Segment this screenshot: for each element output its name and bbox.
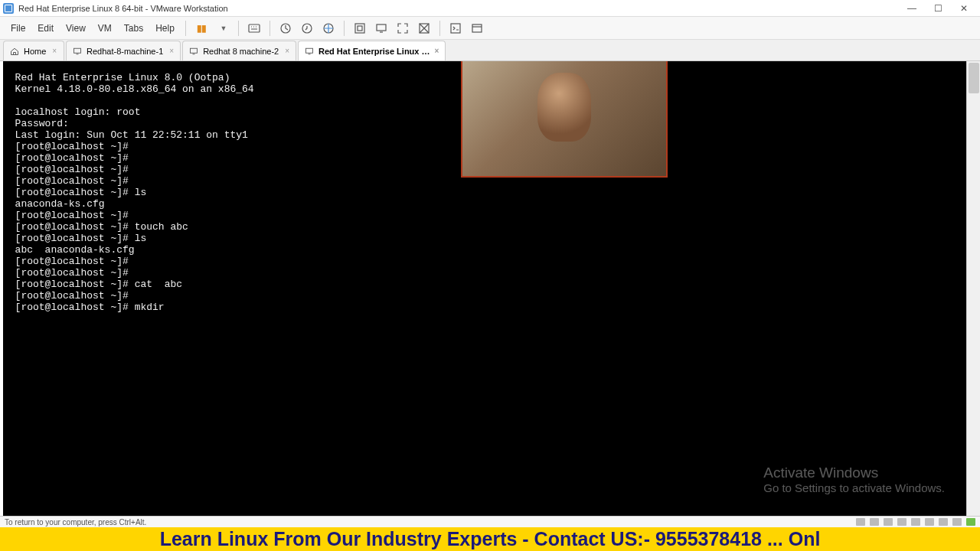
tab-redhat-machine-1[interactable]: Redhat-8-machine-1 × [66,41,181,60]
windows-activation-watermark: Activate Windows Go to Settings to activ… [763,465,945,494]
watermark-subtitle: Go to Settings to activate Windows. [763,481,945,494]
tabbar: Home × Redhat-8-machine-1 × Redhat 8 mac… [0,40,980,61]
menu-vm[interactable]: VM [92,20,118,37]
banner-text: Learn Linux From Our Industry Experts - … [160,528,821,550]
tab-label: Redhat 8 machine-2 [203,47,279,56]
scrollbar[interactable] [966,61,980,516]
menu-file[interactable]: File [5,20,31,37]
send-ctrl-alt-del-button[interactable] [245,19,263,37]
library-icon [471,22,483,34]
hdd-icon[interactable] [856,518,865,526]
clock-icon [279,22,292,34]
menu-edit[interactable]: Edit [31,20,60,37]
close-icon[interactable]: × [435,47,439,55]
tab-label: Red Hat Enterprise Linux … [318,47,430,56]
clock-back-icon [301,22,313,34]
chevron-down-icon: ▼ [220,24,227,32]
watermark-title: Activate Windows [763,465,945,481]
printer-icon[interactable] [939,518,948,526]
close-icon[interactable]: × [285,47,289,55]
svg-rect-9 [472,24,482,32]
keyboard-icon [248,22,260,34]
svg-rect-0 [249,24,260,32]
separator [344,21,345,36]
close-icon[interactable]: × [52,47,57,55]
app-icon [3,3,14,14]
tab-redhat-machine-2[interactable]: Redhat 8 machine-2 × [182,41,296,60]
home-icon [10,47,19,56]
minimize-button[interactable]: — [899,2,925,15]
unity-button[interactable] [415,19,433,37]
promo-banner: Learn Linux From Our Industry Experts - … [0,527,980,551]
separator [439,21,440,36]
library-button[interactable] [468,19,486,37]
tab-redhat-enterprise-linux[interactable]: Red Hat Enterprise Linux … × [298,41,446,60]
tab-label: Home [24,47,46,56]
status-text: To return to your computer, press Ctrl+A… [5,518,146,527]
vm-icon [305,47,314,56]
pause-button[interactable]: ▮▮ [192,19,211,37]
vm-console-area: Red Hat Enterprise Linux 8.0 (Ootpa) Ker… [0,61,980,517]
fit-guest-button[interactable] [351,19,369,37]
titlebar: Red Hat Enterprise Linux 8 64-bit - VMwa… [0,0,980,17]
fullscreen-icon [397,22,409,34]
network-icon[interactable] [897,518,906,526]
fullscreen-console-button[interactable] [372,19,390,37]
revert-snapshot-button[interactable] [298,19,316,37]
svg-rect-4 [355,24,364,33]
webcam-overlay [461,61,668,178]
menu-help[interactable]: Help [149,20,181,37]
snapshot-manager-button[interactable] [319,19,338,37]
menu-view[interactable]: View [60,20,92,37]
sound-icon[interactable] [925,518,934,526]
unity-icon [418,22,430,34]
snapshot-button[interactable] [276,19,295,37]
svg-rect-6 [377,24,386,31]
power-menu-button[interactable]: ▼ [214,19,232,37]
console-icon [449,22,462,34]
vm-icon [189,47,198,56]
cd-icon[interactable] [870,518,879,526]
floppy-icon[interactable] [884,518,893,526]
enter-fullscreen-button[interactable] [394,19,412,37]
separator [185,21,186,36]
svg-rect-5 [358,26,362,31]
vm-icon [73,47,82,56]
message-icon[interactable] [966,518,975,526]
display-icon[interactable] [952,518,962,526]
display-icon [375,22,387,34]
close-icon[interactable]: × [169,47,174,55]
pause-icon: ▮▮ [197,23,206,34]
separator [238,21,239,36]
svg-rect-8 [451,24,460,33]
separator [270,21,270,36]
statusbar: To return to your computer, press Ctrl+A… [0,517,980,527]
menubar: File Edit View VM Tabs Help ▮▮ ▼ [0,17,980,40]
snapshot-manager-icon [322,22,335,34]
tab-home[interactable]: Home × [3,41,64,60]
device-status-icons [856,518,975,526]
usb-icon[interactable] [911,518,920,526]
quick-switch-button[interactable] [446,19,465,37]
menu-tabs[interactable]: Tabs [118,20,149,37]
svg-rect-10 [74,48,81,53]
svg-rect-12 [306,48,313,53]
close-button[interactable]: ✕ [951,2,977,15]
svg-rect-11 [191,48,198,53]
tab-label: Redhat-8-machine-1 [87,47,163,56]
maximize-button[interactable]: ☐ [925,2,951,15]
fit-icon [354,22,366,34]
window-title: Red Hat Enterprise Linux 8 64-bit - VMwa… [18,4,899,13]
scrollbar-thumb[interactable] [969,63,979,93]
